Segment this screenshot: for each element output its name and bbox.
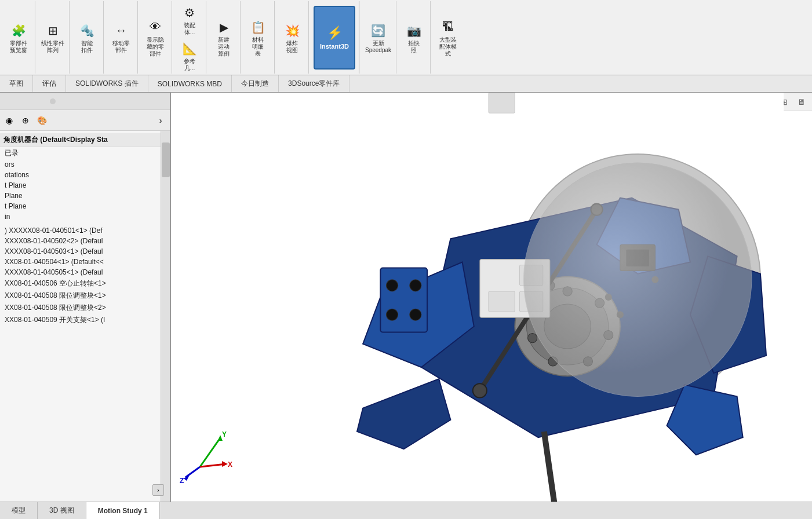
instant3d-icon: ⚡: [327, 25, 343, 41]
material-btn[interactable]: 📋 材料明细表: [244, 17, 272, 59]
feature-manager-icon[interactable]: ◉: [2, 114, 16, 127]
tab-sw-mbd[interactable]: SOLIDWORKS MBD: [148, 75, 232, 92]
coordinate-axes: Y X Z: [177, 426, 235, 484]
peiti-btn[interactable]: ⚙ 装配体...: [176, 2, 203, 37]
show-hide-label: 显示隐藏的零部件: [147, 36, 164, 57]
new-motion-label: 新建运动算例: [218, 36, 230, 57]
show-hide-icon: 👁: [146, 18, 165, 36]
tab-3dsource[interactable]: 3DSource零件库: [279, 75, 349, 92]
svg-point-32: [410, 309, 421, 320]
svg-point-15: [473, 383, 487, 397]
show-hide-btn[interactable]: 👁 显示隐藏的零部件: [141, 17, 169, 59]
tree-item-part3[interactable]: XXXX08-01-040503<1> (Defaul: [0, 246, 170, 257]
move-label: 移动零部件: [112, 40, 130, 54]
tree-item-log[interactable]: 已录: [0, 147, 170, 159]
peijian-label: 零部件预览窗: [10, 40, 27, 54]
tree-item-top-plane[interactable]: Plane: [0, 191, 170, 201]
tab-today[interactable]: 今日制造: [232, 75, 279, 92]
smart-label: 智能扣件: [81, 40, 93, 54]
svg-line-46: [185, 467, 200, 477]
tree-item-sensors[interactable]: ors: [0, 159, 170, 170]
tree-item-annotations[interactable]: otations: [0, 170, 170, 180]
peijian-btn[interactable]: 🧩 零部件预览窗: [5, 20, 32, 55]
tab-model[interactable]: 模型: [0, 502, 38, 519]
tab-sw-plugin[interactable]: SOLIDWORKS 插件: [66, 75, 148, 92]
svg-marker-44: [222, 461, 228, 467]
main-toolbar: 🧩 零部件预览窗 ⊞ 线性零件阵列 🔩 智能扣件 ↔ 移动零部件 👁 显示隐藏的…: [0, 0, 812, 75]
tree-item-right-plane[interactable]: t Plane: [0, 201, 170, 211]
linear-array-icon: ⊞: [43, 21, 62, 40]
tree-item-part4[interactable]: XX08-01-040504<1> (Default<<: [0, 257, 170, 267]
toolbar-group-display: 👁 显示隐藏的零部件: [139, 1, 172, 74]
tree-item-part7[interactable]: XX08-01-040508 限位调整块<1>: [0, 290, 170, 302]
instant3d-label: Instant3D: [320, 43, 349, 50]
svg-text:Y: Y: [222, 430, 227, 438]
explode-btn[interactable]: 💥 爆炸视图: [278, 20, 306, 55]
toolbar-group-instant3d: ⚡ Instant3D: [310, 1, 359, 74]
toolbar-group-material: 📋 材料明细表: [242, 1, 275, 74]
svg-text:X: X: [228, 460, 232, 469]
new-motion-btn[interactable]: ▶ 新建运动算例: [210, 17, 238, 59]
toolbar-group-move: ↔ 移动零部件: [105, 1, 138, 74]
move-icon: ↔: [112, 21, 130, 40]
panel-toolbar: ◉ ⊕ 🎨 ›: [0, 110, 170, 131]
toolbar-group-array: ⊞ 线性零件阵列: [37, 1, 70, 74]
tab-sketch[interactable]: 草图: [0, 75, 33, 92]
svg-line-40: [200, 438, 220, 467]
color-wheel-icon[interactable]: 🎨: [35, 114, 49, 127]
svg-point-29: [386, 280, 398, 291]
instant3d-btn[interactable]: ⚡ Instant3D: [314, 6, 355, 70]
toolbar-group-smart: 🔩 智能扣件: [71, 1, 104, 74]
peiti-label: 装配体...: [184, 22, 195, 36]
tree-item-part2[interactable]: XXXX08-01-040502<2> (Defaul: [0, 236, 170, 246]
tree-item-part1[interactable]: ) XXXXX08-01-040501<1> (Def: [0, 225, 170, 236]
peijian-icon: 🧩: [9, 21, 28, 40]
smart-icon: 🔩: [78, 21, 96, 40]
main-area: ◉ ⊕ 🎨 › 角度机器台 (Default<Display Sta 已录 or…: [0, 93, 812, 502]
tree-item-origin[interactable]: in: [0, 211, 170, 222]
svg-rect-34: [489, 93, 515, 113]
tree-item-part5[interactable]: XXXX08-01-040505<1> (Defaul: [0, 267, 170, 277]
svg-point-11: [528, 334, 537, 343]
scrollbar-thumb[interactable]: [162, 142, 170, 177]
tree-title: 角度机器台 (Default<Display Sta: [0, 133, 170, 147]
large-assembly-label: 大型装配体模式: [439, 36, 457, 57]
tab-evaluate[interactable]: 评估: [33, 75, 66, 92]
cankao-icon: 📐: [180, 39, 199, 58]
svg-point-39: [523, 163, 751, 396]
toolbar-group-assembly2: ⚙ 装配体... 📐 参考几...: [173, 1, 206, 74]
linear-array-label: 线性零件阵列: [41, 40, 64, 54]
bottom-tab-bar: 模型 3D 视图 Motion Study 1: [0, 502, 812, 519]
panel-expand-arrow[interactable]: ›: [152, 484, 164, 496]
move-btn[interactable]: ↔ 移动零部件: [107, 20, 135, 55]
panel-expand-icon[interactable]: ›: [154, 114, 168, 127]
tree-item-part6[interactable]: XX08-01-040506 空心止转轴<1>: [0, 277, 170, 290]
photo-label: 拍快照: [408, 40, 420, 54]
toolbar-group-photo: 📷 拍快照: [398, 1, 431, 74]
panel-header: [0, 93, 170, 110]
model-svg: [171, 93, 812, 502]
toolbar-group-assembly: 🧩 零部件预览窗: [2, 1, 35, 74]
tab-bar: 草图 评估 SOLIDWORKS 插件 SOLIDWORKS MBD 今日制造 …: [0, 75, 812, 93]
toolbar-row-top: 🧩 零部件预览窗: [5, 20, 32, 55]
tree-item-part9[interactable]: XX08-01-040509 开关支架<1> (I: [0, 314, 170, 326]
update-label: 更新Speedpak: [365, 40, 391, 54]
cankao-btn[interactable]: 📐 参考几...: [176, 38, 203, 73]
tab-motion-study[interactable]: Motion Study 1: [86, 502, 160, 519]
large-assembly-btn[interactable]: 🏗 大型装配体模式: [434, 17, 462, 59]
viewport[interactable]: 🔍 🔎 ⚡ ◈ ☰ ⬚ ⬡ ◑ ⚛ ⊞ 🖥: [171, 93, 812, 502]
tab-3d-view[interactable]: 3D 视图: [38, 502, 86, 519]
smart-btn[interactable]: 🔩 智能扣件: [73, 20, 101, 55]
photo-icon: 📷: [405, 21, 423, 40]
target-icon[interactable]: ⊕: [19, 114, 32, 127]
update-icon: 🔄: [369, 21, 388, 40]
toolbar-group-motion: ▶ 新建运动算例: [207, 1, 241, 74]
tree-item-front-plane[interactable]: t Plane: [0, 180, 170, 191]
tree-item-part8[interactable]: XX08-01-040508 限位调整块<2>: [0, 302, 170, 314]
large-assembly-icon: 🏗: [439, 18, 457, 36]
photo-btn[interactable]: 📷 拍快照: [400, 20, 428, 55]
left-panel: ◉ ⊕ 🎨 › 角度机器台 (Default<Display Sta 已录 or…: [0, 93, 171, 502]
panel-scrollbar[interactable]: [161, 131, 170, 502]
linear-array-btn[interactable]: ⊞ 线性零件阵列: [39, 20, 67, 55]
update-btn[interactable]: 🔄 更新Speedpak: [363, 20, 394, 55]
